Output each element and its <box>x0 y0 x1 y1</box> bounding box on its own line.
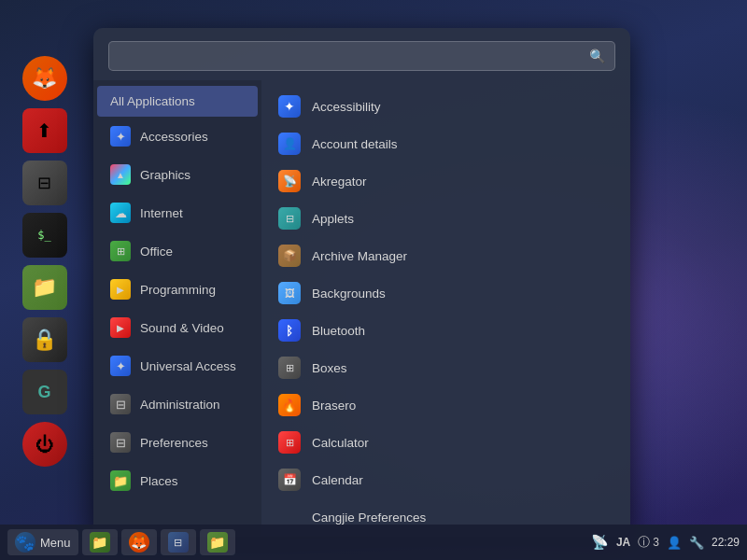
taskbar-app-btn[interactable]: ⊟ <box>161 529 196 555</box>
app-item-backgrounds[interactable]: 🖼 Backgrounds <box>261 274 630 312</box>
person-icon: 👤 <box>667 536 682 550</box>
places-label: Places <box>140 474 178 488</box>
search-bar-container: 🔍 <box>93 28 630 80</box>
menu-body: All Applications ✦ Accessories ▲ Graphic… <box>93 80 630 537</box>
accessibility-app-label: Accessibility <box>312 100 381 114</box>
sound-video-label: Sound & Video <box>140 321 224 335</box>
app-item-calendar[interactable]: 📅 Calendar <box>261 461 630 498</box>
menu-icon: 🐾 <box>15 532 35 553</box>
dock-item-firefox[interactable]: 🦊 <box>22 56 67 101</box>
dock-item-terminal[interactable]: $_ <box>22 213 67 258</box>
taskbar-folder-icon: 📁 <box>207 532 228 553</box>
dock-item-power[interactable]: ⏻ <box>22 422 67 467</box>
category-graphics[interactable]: ▲ Graphics <box>97 156 258 193</box>
app-item-applets[interactable]: ⊟ Applets <box>261 200 630 237</box>
applets-app-label: Applets <box>312 212 354 226</box>
taskbar-person-item[interactable]: 👤 <box>667 536 682 550</box>
dock-item-manager[interactable]: ⊟ <box>22 161 67 205</box>
taskbar-firefox-icon: 🦊 <box>129 532 149 553</box>
bluetooth-app-icon: ᛒ <box>278 319 301 342</box>
office-icon: ⊞ <box>110 241 131 261</box>
category-internet[interactable]: ☁ Internet <box>97 194 258 231</box>
graphics-icon: ▲ <box>110 164 131 185</box>
taskbar-files-icon: 📁 <box>90 532 110 553</box>
brasero-app-label: Brasero <box>312 399 356 413</box>
category-office[interactable]: ⊞ Office <box>97 232 258 270</box>
backgrounds-app-icon: 🖼 <box>278 282 301 304</box>
accessibility-app-icon: ✦ <box>278 95 301 118</box>
programming-icon: ► <box>110 279 131 300</box>
dock-item-grammarly[interactable]: G <box>22 370 67 414</box>
graphics-label: Graphics <box>140 168 190 182</box>
taskbar-folder-btn[interactable]: 📁 <box>200 529 235 555</box>
category-places[interactable]: 📁 Places <box>97 462 258 499</box>
administration-label: Administration <box>140 398 220 412</box>
dock-item-install[interactable]: ⬆ <box>22 108 67 153</box>
category-sound-video[interactable]: ► Sound & Video <box>97 309 258 346</box>
app-item-boxes[interactable]: ⊞ Boxes <box>261 349 630 386</box>
category-administration[interactable]: ⊟ Administration <box>97 385 258 423</box>
boxes-app-label: Boxes <box>312 361 347 375</box>
category-all-applications[interactable]: All Applications <box>97 86 258 117</box>
akregator-app-label: Akregator <box>312 175 367 189</box>
accessories-icon: ✦ <box>110 126 131 147</box>
app-item-accessibility[interactable]: ✦ Accessibility <box>261 88 630 125</box>
categories-panel: All Applications ✦ Accessories ▲ Graphic… <box>93 80 261 537</box>
app-item-archive-manager[interactable]: 📦 Archive Manager <box>261 237 630 274</box>
dock-item-files[interactable]: 📁 <box>22 265 67 310</box>
taskbar-right: 📡 JA ⓘ 3 👤 🔧 22:29 <box>591 534 740 551</box>
all-applications-label: All Applications <box>110 94 195 108</box>
taskbar-network-icon-item[interactable]: 📡 <box>591 534 609 551</box>
app-item-akregator[interactable]: 📡 Akregator <box>261 162 630 200</box>
dock-item-lock[interactable]: 🔒 <box>22 317 67 362</box>
taskbar-user-item[interactable]: JA <box>616 536 630 549</box>
bluetooth-app-label: Bluetooth <box>312 324 365 338</box>
category-universal-access[interactable]: ✦ Universal Access <box>97 347 258 385</box>
accessories-label: Accessories <box>140 130 208 144</box>
app-item-bluetooth[interactable]: ᛒ Bluetooth <box>261 312 630 349</box>
preferences-icon: ⊟ <box>110 432 131 453</box>
calendar-app-label: Calendar <box>312 473 363 487</box>
taskbar-firefox-btn[interactable]: 🦊 <box>121 529 157 555</box>
brasero-app-icon: 🔥 <box>278 394 301 416</box>
wrench-icon: 🔧 <box>689 536 704 550</box>
administration-icon: ⊟ <box>110 394 131 414</box>
app-item-calculator[interactable]: ⊞ Calculator <box>261 424 630 461</box>
clock-time: 22:29 <box>712 536 740 549</box>
internet-icon: ☁ <box>110 203 131 223</box>
app-list-panel: ✦ Accessibility 👤 Account details 📡 Akre… <box>261 80 630 537</box>
cangjie-preferences-app-label: Cangjie Preferences <box>312 511 426 525</box>
app-item-brasero[interactable]: 🔥 Brasero <box>261 386 630 424</box>
calculator-app-label: Calculator <box>312 436 369 450</box>
calculator-app-icon: ⊞ <box>278 431 301 454</box>
programming-label: Programming <box>140 283 216 297</box>
search-icon: 🔍 <box>589 49 605 63</box>
account-details-app-icon: 👤 <box>278 133 301 155</box>
menu-button[interactable]: 🐾 Menu <box>7 529 78 555</box>
app-menu: 🔍 All Applications ✦ Accessories ▲ Graph… <box>93 28 630 537</box>
calendar-app-icon: 📅 <box>278 469 301 491</box>
category-programming[interactable]: ► Programming <box>97 271 258 308</box>
search-input[interactable] <box>119 49 589 63</box>
backgrounds-app-label: Backgrounds <box>312 287 386 301</box>
taskbar-files-btn[interactable]: 📁 <box>82 529 118 555</box>
category-accessories[interactable]: ✦ Accessories <box>97 118 258 155</box>
category-preferences[interactable]: ⊟ Preferences <box>97 424 258 461</box>
taskbar-wrench-item[interactable]: 🔧 <box>689 536 704 550</box>
places-icon: 📁 <box>110 470 131 491</box>
archive-manager-app-label: Archive Manager <box>312 249 407 263</box>
taskbar: 🐾 Menu 📁 🦊 ⊟ 📁 📡 JA ⓘ 3 👤 🔧 22: <box>0 525 747 560</box>
taskbar-app-icon: ⊟ <box>168 532 189 553</box>
akregator-app-icon: 📡 <box>278 170 301 192</box>
office-label: Office <box>140 245 173 259</box>
search-bar-wrapper: 🔍 <box>108 41 615 71</box>
sound-video-icon: ► <box>110 317 131 338</box>
internet-label: Internet <box>140 206 183 220</box>
taskbar-notifications-item[interactable]: ⓘ 3 <box>638 534 659 551</box>
app-item-account-details[interactable]: 👤 Account details <box>261 125 630 162</box>
boxes-app-icon: ⊞ <box>278 357 301 379</box>
universal-access-icon: ✦ <box>110 356 131 376</box>
menu-label: Menu <box>40 536 71 550</box>
universal-access-label: Universal Access <box>140 359 236 373</box>
taskbar-clock-item[interactable]: 22:29 <box>712 536 740 549</box>
